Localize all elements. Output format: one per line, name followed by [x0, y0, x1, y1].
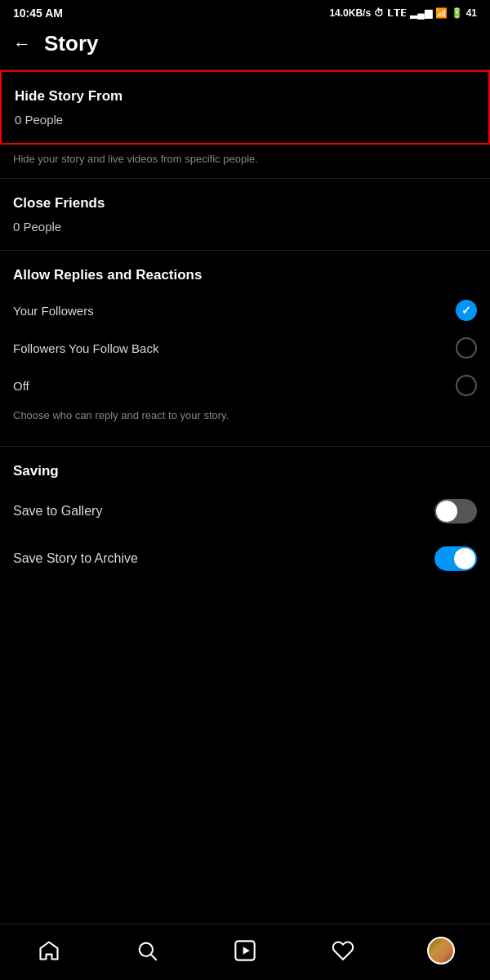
bottom-nav	[0, 924, 490, 980]
allow-replies-title: Allow Replies and Reactions	[13, 267, 477, 283]
close-friends-title: Close Friends	[13, 195, 477, 212]
home-icon	[38, 939, 60, 962]
nav-reels[interactable]	[227, 933, 263, 969]
lte-icon: 𝗟𝗧𝗘	[387, 7, 407, 19]
back-button[interactable]: ←	[13, 33, 31, 55]
hide-story-description: Hide your story and live videos from spe…	[0, 145, 490, 178]
reply-option-follow-back[interactable]: Followers You Follow Back	[13, 329, 477, 367]
saving-title: Saving	[13, 463, 477, 479]
reply-radio-follow-back[interactable]	[456, 337, 477, 359]
battery-level: 41	[466, 7, 477, 19]
reply-radio-off[interactable]	[456, 375, 477, 396]
save-story-archive-toggle[interactable]	[434, 546, 477, 571]
save-to-gallery-row[interactable]: Save to Gallery	[13, 488, 477, 535]
page-title: Story	[44, 31, 98, 56]
nav-home[interactable]	[31, 933, 67, 969]
close-friends-section[interactable]: Close Friends 0 People	[0, 179, 490, 250]
save-story-archive-label: Save Story to Archive	[13, 551, 138, 566]
svg-line-1	[151, 955, 156, 960]
svg-marker-3	[243, 947, 250, 954]
hide-story-from-section[interactable]: Hide Story From 0 People	[0, 70, 490, 145]
search-icon	[136, 939, 158, 962]
save-to-gallery-toggle[interactable]	[434, 499, 477, 523]
page-header: ← Story	[0, 23, 490, 69]
reels-icon	[234, 939, 256, 962]
reply-radio-followers[interactable]	[456, 300, 477, 321]
save-story-archive-row[interactable]: Save Story to Archive	[13, 535, 477, 582]
saving-section: Saving Save to Gallery Save Story to Arc…	[0, 447, 490, 599]
reply-option-off-label: Off	[13, 379, 29, 393]
close-friends-count: 0 People	[13, 220, 477, 234]
network-speed: 14.0KB/s	[329, 7, 371, 19]
bottom-spacer	[0, 599, 490, 664]
save-to-gallery-label: Save to Gallery	[13, 504, 102, 519]
save-story-archive-knob	[454, 548, 475, 569]
reply-option-followers[interactable]: Your Followers	[13, 292, 477, 329]
battery-icon: 🔋	[451, 7, 463, 19]
reply-option-off[interactable]: Off	[13, 367, 477, 404]
save-to-gallery-knob	[436, 501, 457, 522]
hide-story-title: Hide Story From	[15, 88, 475, 105]
reply-option-followers-label: Your Followers	[13, 304, 94, 318]
heart-icon	[332, 939, 354, 962]
status-time: 10:45 AM	[13, 7, 63, 20]
profile-avatar	[427, 937, 455, 964]
status-bar: 10:45 AM 14.0KB/s ⏱ 𝗟𝗧𝗘 ▂▄▆ 📶 🔋 41	[0, 0, 490, 23]
wifi-icon: 📶	[435, 7, 448, 19]
nav-profile[interactable]	[423, 933, 459, 969]
clock-icon: ⏱	[374, 7, 384, 19]
status-icons: 14.0KB/s ⏱ 𝗟𝗧𝗘 ▂▄▆ 📶 🔋 41	[329, 7, 477, 19]
nav-search[interactable]	[129, 933, 165, 969]
signal-icon: ▂▄▆	[410, 7, 432, 19]
allow-replies-section: Allow Replies and Reactions Your Followe…	[0, 251, 490, 446]
nav-activity[interactable]	[325, 933, 361, 969]
hide-story-count: 0 People	[15, 113, 475, 127]
allow-replies-hint: Choose who can reply and react to your s…	[13, 404, 477, 430]
svg-point-0	[140, 943, 153, 956]
reply-option-follow-back-label: Followers You Follow Back	[13, 341, 158, 355]
